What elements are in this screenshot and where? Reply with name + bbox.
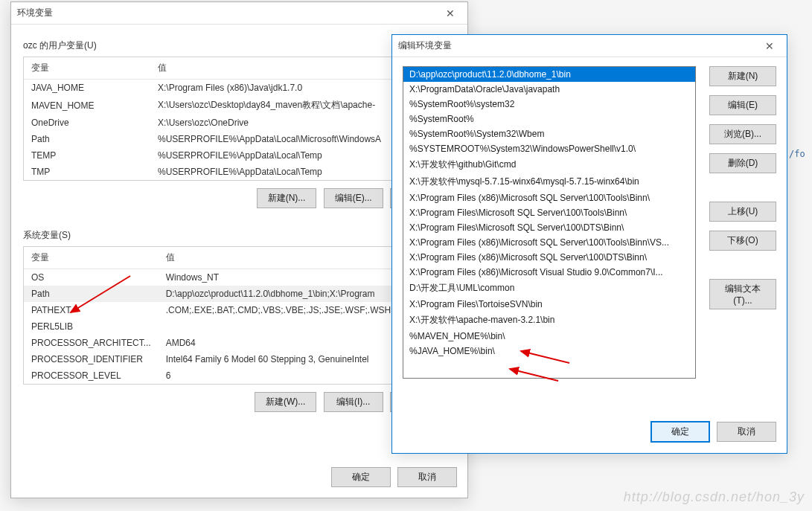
var-name: PATHEXT [24,302,159,318]
env-bottom-buttons: 确定 取消 [327,467,457,487]
edit-new-button[interactable]: 新建(N) [709,66,776,86]
list-item[interactable]: X:\Program Files\Microsoft SQL Server\10… [403,220,695,235]
list-item[interactable]: %SystemRoot%\System32\Wbem [403,126,695,141]
env-cancel-button[interactable]: 取消 [397,467,457,487]
edit-path-window: 编辑环境变量 ✕ D:\app\ozc\product\11.2.0\dbhom… [391,34,787,454]
col-variable[interactable]: 变量 [24,247,159,269]
table-row[interactable]: PROCESSOR_IDENTIFIERIntel64 Family 6 Mod… [24,351,455,367]
sys-vars-label: 系统变量(S) [23,229,455,242]
list-item[interactable]: D:\开发工具\UML\common [403,280,695,297]
close-icon[interactable]: ✕ [758,40,781,52]
user-btn-row: 新建(N)... 编辑(E)... 删 [23,181,455,211]
var-name: MAVEN_HOME [24,96,150,115]
edit-edit-button[interactable]: 编辑(E) [709,95,776,115]
edit-delete-button[interactable]: 删除(D) [709,153,776,173]
sys-new-button[interactable]: 新建(W)... [255,392,316,412]
var-name: TEMP [24,147,150,164]
table-row[interactable]: PROCESSOR_LEVEL6 [24,367,455,384]
col-variable[interactable]: 变量 [24,57,150,80]
list-item[interactable]: %JAVA_HOME%\bin\ [403,344,695,359]
user-vars-group: 变量 值 JAVA_HOMEX:\Program Files (x86)\Jav… [23,57,455,181]
bg-code-fragment: /fo [789,149,805,159]
list-item[interactable]: %SYSTEMROOT%\System32\WindowsPowerShell\… [403,141,695,156]
edit-titlebar: 编辑环境变量 ✕ [392,35,787,57]
table-row[interactable]: PathD:\app\ozc\product\11.2.0\dbhome_1\b… [24,286,455,302]
edit-moveup-button[interactable]: 上移(U) [709,202,776,222]
watermark: http://blog.csdn.net/hon_3y [624,489,805,505]
sys-edit-button[interactable]: 编辑(I)... [324,392,383,412]
var-name: PROCESSOR_LEVEL [24,367,159,384]
edit-title: 编辑环境变量 [398,39,758,52]
var-name: Path [24,131,150,147]
sys-vars-table[interactable]: 变量 值 OSWindows_NTPathD:\app\ozc\product\… [24,247,455,384]
env-title: 环境变量 [17,7,439,19]
list-item[interactable]: X:\开发软件\mysql-5.7.15-winx64\mysql-5.7.15… [403,173,695,190]
list-item[interactable]: X:\开发软件\github\Git\cmd [403,156,695,173]
sys-btn-row: 新建(W)... 编辑(I)... 删 [23,385,455,415]
list-item[interactable]: X:\Program Files\Microsoft SQL Server\10… [403,205,695,220]
edit-browse-button[interactable]: 浏览(B)... [709,124,776,144]
var-name: PROCESSOR_IDENTIFIER [24,351,159,367]
table-row[interactable]: TMP%USERPROFILE%\AppData\Local\Temp [24,164,455,180]
table-row[interactable]: PATHEXT.COM;.EXE;.BAT;.CMD;.VBS;.VBE;.JS… [24,302,455,318]
list-item[interactable]: %MAVEN_HOME%\bin\ [403,329,695,344]
list-item[interactable]: %SystemRoot% [403,112,695,126]
table-row[interactable]: OneDriveX:\Users\ozc\OneDrive [24,115,455,131]
list-item[interactable]: %SystemRoot%\system32 [403,97,695,112]
env-ok-button[interactable]: 确定 [331,467,391,487]
edit-bottom-buttons: 确定 取消 [646,421,776,443]
user-edit-button[interactable]: 编辑(E)... [324,188,383,208]
list-item[interactable]: X:\ProgramData\Oracle\Java\javapath [403,82,695,97]
table-row[interactable]: Path%USERPROFILE%\AppData\Local\Microsof… [24,131,455,147]
edit-text-button[interactable]: 编辑文本(T)... [709,279,776,309]
list-item[interactable]: X:\Program Files\TortoiseSVN\bin [403,297,695,312]
edit-side-buttons: 新建(N) 编辑(E) 浏览(B)... 删除(D) 上移(U) 下移(O) 编… [705,66,776,379]
list-item[interactable]: X:\Program Files (x86)\Microsoft SQL Ser… [403,235,695,250]
list-item[interactable]: X:\Program Files (x86)\Microsoft SQL Ser… [403,190,695,205]
user-new-button[interactable]: 新建(N)... [257,188,317,208]
table-row[interactable]: TEMP%USERPROFILE%\AppData\Local\Temp [24,147,455,164]
list-item[interactable]: X:\Program Files (x86)\Microsoft SQL Ser… [403,250,695,265]
user-vars-table[interactable]: 变量 值 JAVA_HOMEX:\Program Files (x86)\Jav… [24,57,455,180]
table-row[interactable]: JAVA_HOMEX:\Program Files (x86)\Java\jdk… [24,80,455,97]
var-name: OS [24,269,159,286]
var-name: PROCESSOR_ARCHITECT... [24,335,159,351]
close-icon[interactable]: ✕ [439,7,461,19]
table-row[interactable]: OSWindows_NT [24,269,455,286]
edit-movedown-button[interactable]: 下移(O) [709,231,776,251]
var-name: Path [24,286,159,302]
var-name: PERL5LIB [24,318,159,335]
list-item[interactable]: D:\app\ozc\product\11.2.0\dbhome_1\bin [403,67,695,82]
list-item[interactable]: X:\Program Files (x86)\Microsoft Visual … [403,265,695,280]
edit-ok-button[interactable]: 确定 [650,421,710,443]
list-item[interactable]: X:\开发软件\apache-maven-3.2.1\bin [403,312,695,329]
var-name: OneDrive [24,115,150,131]
var-name: TMP [24,164,150,180]
sys-vars-group: 变量 值 OSWindows_NTPathD:\app\ozc\product\… [23,246,455,385]
path-listbox[interactable]: D:\app\ozc\product\11.2.0\dbhome_1\binX:… [403,66,696,379]
table-row[interactable]: MAVEN_HOMEX:\Users\ozc\Desktop\day84_mav… [24,96,455,115]
table-row[interactable]: PROCESSOR_ARCHITECT...AMD64 [24,335,455,351]
env-titlebar: 环境变量 ✕ [11,2,467,25]
user-vars-label: ozc 的用户变量(U) [23,39,455,52]
table-row[interactable]: PERL5LIB [24,318,455,335]
edit-cancel-button[interactable]: 取消 [717,422,776,442]
var-name: JAVA_HOME [24,80,150,97]
